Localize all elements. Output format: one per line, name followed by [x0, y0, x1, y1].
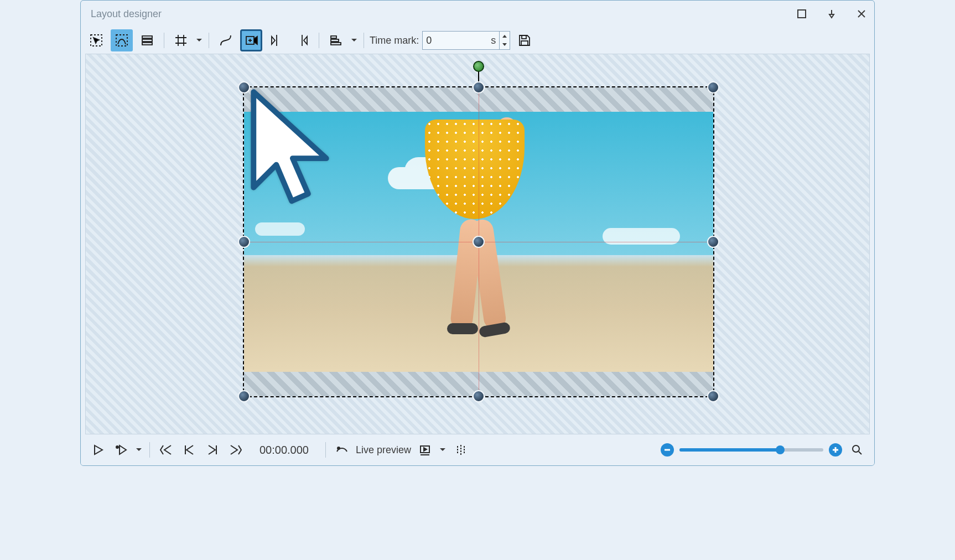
preview-mode-icon — [419, 444, 431, 456]
time-mark-input-group: s — [422, 31, 510, 50]
flip-vertical-button[interactable] — [291, 29, 313, 51]
crop-video-icon — [244, 33, 258, 48]
playback-toolbar: 00:00.000 Live preview — [81, 434, 874, 465]
split-icon — [454, 444, 466, 456]
time-mark-input[interactable] — [423, 32, 487, 49]
flip-horizontal-button[interactable] — [266, 29, 288, 51]
zoom-out-button[interactable] — [661, 443, 674, 457]
caret-down-icon — [502, 43, 507, 46]
svg-rect-7 — [331, 36, 336, 38]
timecode-display: 00:00.000 — [259, 444, 309, 457]
flip-horizontal-icon — [269, 33, 284, 48]
curve-icon — [219, 33, 233, 48]
toolbar-separator — [319, 33, 319, 48]
next-frame-icon — [206, 444, 219, 456]
svg-point-12 — [116, 446, 118, 448]
zoom-fit-button[interactable] — [848, 440, 866, 459]
select-icon — [89, 33, 103, 48]
zoom-slider-thumb[interactable] — [776, 445, 785, 454]
select-tool-button[interactable] — [85, 29, 107, 51]
window-title: Layout designer — [91, 8, 162, 20]
prev-frame-icon — [183, 444, 195, 456]
zoom-slider-fill — [679, 448, 780, 452]
time-mark-spin-up[interactable] — [500, 32, 510, 40]
time-mark-spin-down[interactable] — [500, 40, 510, 49]
play-range-button[interactable] — [112, 440, 131, 459]
resize-handle-bl[interactable] — [238, 390, 250, 402]
canvas-workspace[interactable] — [85, 54, 870, 434]
next-frame-button[interactable] — [203, 440, 222, 459]
resize-handle-ml[interactable] — [238, 236, 250, 248]
preview-mode-button[interactable] — [416, 440, 434, 459]
image-person — [414, 112, 525, 324]
plus-icon — [832, 446, 839, 454]
play-dropdown[interactable] — [135, 439, 143, 461]
resize-handle-br[interactable] — [707, 390, 719, 402]
snap-grid-dropdown[interactable] — [195, 29, 203, 51]
toolbar-separator — [364, 33, 364, 48]
prev-frame-button[interactable] — [180, 440, 199, 459]
crop-video-button[interactable] — [240, 29, 262, 51]
pin-icon — [827, 9, 837, 19]
resize-handle-tr[interactable] — [707, 81, 719, 94]
snap-grid-button[interactable] — [170, 29, 192, 51]
bezier-icon — [115, 33, 129, 48]
save-button[interactable] — [513, 29, 536, 51]
skip-end-icon — [230, 444, 242, 456]
curve-tool-button[interactable] — [215, 29, 237, 51]
maximize-button[interactable] — [795, 7, 809, 21]
go-end-button[interactable] — [226, 440, 245, 459]
chevron-down-icon — [196, 37, 203, 44]
toolbar-separator — [149, 442, 150, 458]
play-icon — [92, 444, 104, 456]
svg-rect-11 — [521, 41, 528, 45]
minus-icon — [663, 446, 671, 454]
toolbar-separator — [325, 442, 326, 458]
pin-button[interactable] — [824, 7, 839, 21]
chevron-down-icon — [351, 37, 357, 44]
zoom-fit-icon — [851, 444, 863, 456]
save-icon — [517, 33, 532, 48]
rotation-handle[interactable] — [473, 61, 484, 72]
live-preview-eye-button[interactable] — [333, 440, 351, 459]
time-mark-label: Time mark: — [370, 35, 419, 46]
order-button[interactable] — [325, 29, 347, 51]
layers-icon — [140, 33, 154, 48]
play-range-icon — [115, 444, 127, 456]
svg-rect-10 — [522, 35, 526, 39]
titlebar: Layout designer — [81, 1, 874, 27]
zoom-in-button[interactable] — [829, 443, 842, 457]
time-mark-unit: s — [487, 35, 499, 46]
chevron-down-icon — [439, 447, 446, 453]
svg-point-15 — [853, 445, 859, 452]
bezier-tool-button[interactable] — [111, 29, 133, 51]
layers-button[interactable] — [136, 29, 158, 51]
resize-handle-tm[interactable] — [473, 81, 485, 94]
resize-handle-mr[interactable] — [707, 236, 719, 248]
split-preview-button[interactable] — [451, 440, 470, 459]
snap-grid-icon — [174, 33, 188, 48]
resize-handle-mm[interactable] — [473, 236, 485, 248]
svg-rect-4 — [142, 39, 152, 42]
order-dropdown[interactable] — [350, 29, 358, 51]
zoom-slider-group — [661, 440, 866, 459]
zoom-slider[interactable] — [679, 448, 823, 452]
main-toolbar: Time mark: s — [81, 27, 874, 54]
skip-start-icon — [160, 444, 172, 456]
resize-handle-bm[interactable] — [473, 390, 485, 402]
go-start-button[interactable] — [157, 440, 175, 459]
svg-rect-0 — [798, 10, 806, 18]
close-button[interactable] — [854, 7, 869, 21]
order-icon — [329, 33, 343, 48]
time-mark-spinner — [499, 32, 510, 49]
layout-designer-window: Layout designer — [80, 0, 875, 466]
caret-up-icon — [502, 34, 507, 38]
tutorial-cursor-overlay — [243, 87, 337, 216]
preview-mode-dropdown[interactable] — [439, 439, 447, 461]
play-button[interactable] — [89, 440, 107, 459]
eye-icon — [336, 444, 348, 456]
svg-rect-8 — [331, 39, 339, 42]
toolbar-separator — [164, 33, 164, 48]
close-icon — [857, 9, 866, 19]
toolbar-separator — [209, 33, 209, 48]
